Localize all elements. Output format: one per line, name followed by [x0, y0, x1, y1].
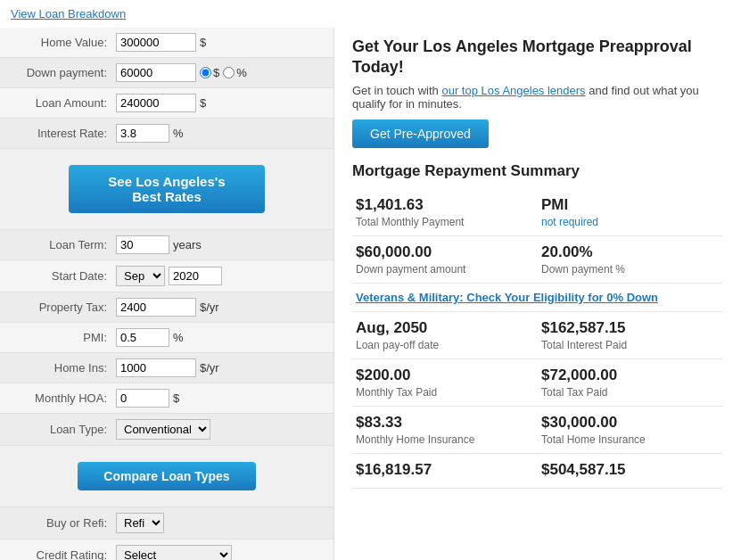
interest-rate-label: Interest Rate:	[9, 127, 116, 140]
total-monthly-payment-label: Total Monthly Payment	[356, 216, 534, 228]
down-payment-amount-item: $60,000.00 Down payment amount	[352, 236, 538, 284]
down-payment-percent-value: 20.00%	[541, 243, 720, 261]
los-angeles-lenders-link[interactable]: our top Los Angeles lenders	[441, 84, 585, 97]
monthly-hoa-input[interactable]	[116, 389, 169, 408]
total-insurance-value: $30,000.00	[541, 414, 720, 432]
total-interest-value: $162,587.15	[541, 319, 720, 337]
buy-or-refi-label: Buy or Refi:	[9, 516, 116, 530]
pmi-input[interactable]	[116, 328, 169, 347]
home-ins-input[interactable]	[116, 358, 196, 377]
credit-rating-label: Credit Rating:	[9, 548, 116, 560]
property-tax-label: Property Tax:	[9, 301, 116, 314]
dollar-radio[interactable]	[200, 67, 211, 78]
credit-rating-row: Credit Rating: Select Excellent (720+) G…	[0, 539, 333, 560]
monthly-insurance-item: $83.33 Monthly Home Insurance	[352, 407, 538, 454]
best-rates-button[interactable]: See Los Angeles's Best Rates	[69, 165, 265, 213]
start-date-label: Start Date:	[9, 269, 116, 283]
start-date-row: Start Date: JanFebMarApr MayJunJulAug Se…	[0, 260, 333, 292]
start-date-month-select[interactable]: JanFebMarApr MayJunJulAug SepOctNovDec	[116, 266, 165, 286]
monthly-hoa-label: Monthly HOA:	[9, 391, 116, 405]
total-tax-item: $72,000.00 Total Tax Paid	[538, 359, 723, 407]
get-preapproved-button[interactable]: Get Pre-Approved	[352, 119, 489, 148]
loan-payoff-date-item: Aug, 2050 Loan pay-off date	[352, 312, 538, 359]
loan-payoff-date-value: Aug, 2050	[356, 319, 534, 337]
property-tax-unit: $/yr	[200, 301, 219, 314]
monthly-tax-item: $200.00 Monthly Tax Paid	[352, 359, 538, 407]
interest-rate-row: Interest Rate: %	[0, 119, 333, 149]
total-interest-item: $162,587.15 Total Interest Paid	[538, 312, 723, 359]
loan-payoff-date-label: Loan pay-off date	[356, 339, 534, 351]
total-monthly-payment-value: $1,401.63	[356, 196, 534, 214]
total-tax-label: Total Tax Paid	[541, 386, 720, 399]
monthly-hoa-unit: $	[173, 391, 179, 405]
home-value-row: Home Value: $	[0, 28, 333, 58]
veterans-link[interactable]: Veterans & Military: Check Your Eligibil…	[356, 291, 658, 304]
monthly-total-all-value: $16,819.57	[356, 461, 534, 479]
loan-type-row: Loan Type: Conventional FHA VA	[0, 414, 333, 446]
compare-loan-types-button[interactable]: Compare Loan Types	[78, 462, 256, 490]
monthly-hoa-row: Monthly HOA: $	[0, 383, 333, 414]
pmi-item: PMI not required	[538, 189, 723, 236]
loan-term-label: Loan Term:	[9, 238, 116, 251]
loan-amount-input[interactable]	[116, 94, 196, 112]
down-payment-amount-value: $60,000.00	[356, 243, 534, 261]
preapproval-text: Get in touch with our top Los Angeles le…	[352, 84, 723, 111]
loan-amount-row: Loan Amount: $	[0, 88, 333, 119]
percent-radio[interactable]	[223, 67, 235, 78]
home-ins-label: Home Ins:	[9, 361, 116, 375]
loan-type-select[interactable]: Conventional FHA VA	[116, 419, 210, 440]
pmi-label: PMI:	[9, 331, 116, 344]
monthly-total-all-item: $16,819.57	[352, 454, 538, 489]
down-payment-label: Down payment:	[9, 66, 116, 79]
total-monthly-payment-item: $1,401.63 Total Monthly Payment	[352, 189, 538, 236]
view-loan-breakdown-link[interactable]: View Loan Breakdown	[11, 7, 126, 21]
home-ins-row: Home Ins: $/yr	[0, 353, 333, 383]
down-payment-row: Down payment: $ %	[0, 58, 333, 88]
property-tax-row: Property Tax: $/yr	[0, 292, 333, 323]
pmi-unit: %	[173, 331, 184, 344]
pmi-row: PMI: %	[0, 323, 333, 353]
loan-type-label: Loan Type:	[9, 423, 116, 436]
home-value-label: Home Value:	[9, 36, 116, 49]
total-interest-label: Total Interest Paid	[541, 339, 720, 351]
loan-amount-unit: $	[200, 96, 206, 110]
interest-rate-unit: %	[173, 127, 184, 140]
loan-term-input[interactable]	[116, 235, 169, 254]
monthly-insurance-label: Monthly Home Insurance	[356, 433, 534, 446]
property-tax-input[interactable]	[116, 298, 196, 317]
total-insurance-label: Total Home Insurance	[541, 433, 720, 446]
loan-term-unit: years	[173, 238, 202, 251]
monthly-tax-value: $200.00	[356, 366, 534, 384]
down-payment-input[interactable]	[116, 63, 196, 82]
veterans-link-row: Veterans & Military: Check Your Eligibil…	[352, 284, 723, 312]
preapproval-box: Get Your Los Angeles Mortgage Preapprova…	[352, 37, 723, 148]
buy-or-refi-row: Buy or Refi: Buy Refi	[0, 507, 333, 539]
home-ins-unit: $/yr	[200, 361, 219, 375]
summary-title: Mortgage Repayment Summary	[352, 162, 723, 180]
percent-radio-label[interactable]: %	[223, 66, 247, 79]
credit-rating-select[interactable]: Select Excellent (720+) Good (680-719) F…	[116, 545, 232, 560]
monthly-insurance-value: $83.33	[356, 414, 534, 432]
down-payment-amount-label: Down payment amount	[356, 263, 534, 276]
total-tax-value: $72,000.00	[541, 366, 720, 384]
grand-total-value: $504,587.15	[541, 461, 720, 479]
pmi-status-label: not required	[541, 216, 720, 228]
home-value-unit: $	[200, 36, 206, 49]
summary-grid: $1,401.63 Total Monthly Payment PMI not …	[352, 189, 723, 489]
down-payment-percent-label: Down payment %	[541, 263, 720, 276]
dollar-radio-label[interactable]: $	[200, 66, 219, 79]
calculator-panel: Home Value: $ Down payment: $ % Loan Amo…	[0, 28, 334, 560]
results-panel: Get Your Los Angeles Mortgage Preapprova…	[334, 28, 741, 560]
grand-total-item: $504,587.15	[538, 454, 723, 489]
buy-or-refi-select[interactable]: Buy Refi	[116, 513, 164, 533]
total-insurance-item: $30,000.00 Total Home Insurance	[538, 407, 723, 454]
interest-rate-input[interactable]	[116, 124, 169, 143]
down-payment-percent-item: 20.00% Down payment %	[538, 236, 723, 284]
loan-amount-label: Loan Amount:	[9, 96, 116, 110]
loan-term-row: Loan Term: years	[0, 230, 333, 260]
monthly-tax-label: Monthly Tax Paid	[356, 386, 534, 399]
preapproval-title: Get Your Los Angeles Mortgage Preapprova…	[352, 37, 723, 78]
pmi-value-display: PMI	[541, 196, 720, 214]
home-value-input[interactable]	[116, 33, 196, 52]
start-date-year-input[interactable]	[169, 267, 222, 285]
